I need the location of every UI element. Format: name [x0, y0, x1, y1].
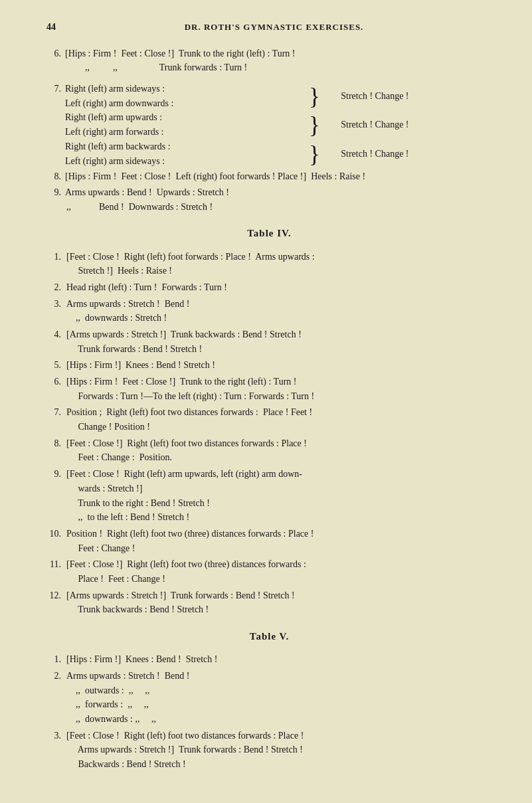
table5-item-2: 2. Arms upwards : Stretch ! Bend ! ,, ou… — [46, 669, 492, 727]
bracket-right-col-1: Stretch ! Change ! — [338, 82, 492, 110]
table4-item-12: 12. [Arms upwards : Stretch !] Trunk for… — [46, 588, 492, 617]
exercise-8-content: [Hips : Firm ! Feet : Close ! Left (righ… — [65, 169, 365, 184]
bracket-right-col-2: Stretch ! Change ! — [338, 110, 492, 139]
brace-3: } — [308, 139, 338, 168]
table4-item-10: 10. Position ! Right (left) foot two (th… — [46, 527, 492, 555]
table4-item-2: 2. Head right (left) : Turn ! Forwards :… — [46, 280, 492, 295]
bracket-row-1: Right (left) arm sideways : Left (right)… — [65, 82, 492, 110]
brace-2: } — [308, 110, 338, 139]
exercise-7: 7. Right (left) arm sideways : Left (rig… — [46, 82, 492, 168]
exercise-8: 8. [Hips : Firm ! Feet : Close ! Left (r… — [46, 169, 492, 184]
page-title: DR. ROTH'S GYMNASTIC EXERCISES. — [56, 21, 492, 34]
bracket-row-3: Right (left) arm backwards : Left (right… — [65, 139, 492, 168]
table4-item-6: 6. [Hips : Firm ! Feet : Close !] Trunk … — [46, 375, 492, 403]
num-6: 6. — [46, 46, 61, 75]
exercise-6-line2: ,, ,, Trunk forwards : Turn ! — [65, 62, 247, 72]
table4-item-9: 9. [Feet : Close ! Right (left) arm upwa… — [46, 467, 492, 525]
bracket-left-col-3: Right (left) arm backwards : Left (right… — [65, 139, 308, 168]
table5-item-3: 3. [Feet : Close ! Right (left) foot two… — [46, 729, 492, 772]
table4-item-11: 11. [Feet : Close !] Right (left) foot t… — [46, 557, 492, 586]
table4-item-4: 4. [Arms upwards : Stretch !] Trunk back… — [46, 327, 492, 356]
table4-item-3: 3. Arms upwards : Stretch ! Bend ! ,, do… — [46, 297, 492, 325]
num-7: 7. — [46, 82, 61, 168]
bracket-table: Right (left) arm sideways : Left (right)… — [65, 82, 492, 168]
table5-item-1: 1. [Hips : Firm !] Knees : Bend ! Stretc… — [46, 652, 492, 667]
table5-heading: Table V. — [46, 629, 492, 644]
table4-item-5: 5. [Hips : Firm !] Knees : Bend ! Stretc… — [46, 358, 492, 373]
exercise-7-content: Right (left) arm sideways : Left (right)… — [65, 82, 492, 168]
exercise-9-line2: ,, Bend ! Downwards : Stretch ! — [65, 202, 213, 212]
bracket-left-col-1: Right (left) arm sideways : Left (right)… — [65, 82, 308, 110]
bracket-row-2: Right (left) arm upwards : Left (right) … — [65, 110, 492, 139]
table4-list: 1. [Feet : Close ! Right (left) foot for… — [46, 250, 492, 618]
bracket-right-col-3: Stretch ! Change ! — [338, 139, 492, 168]
table4-heading: Table IV. — [46, 226, 492, 241]
page-number: 44 — [46, 20, 56, 35]
page-container: 44 DR. ROTH'S GYMNASTIC EXERCISES. 6. [H… — [46, 20, 492, 772]
table5-list: 1. [Hips : Firm !] Knees : Bend ! Stretc… — [46, 652, 492, 772]
exercise-9: 9. Arms upwards : Bend ! Upwards : Stret… — [46, 185, 492, 214]
exercise-6: 6. [Hips : Firm ! Feet : Close !] Trunk … — [46, 46, 492, 75]
exercise-6-content: [Hips : Firm ! Feet : Close !] Trunk to … — [65, 46, 296, 75]
num-8: 8. — [46, 169, 61, 184]
table4-item-1: 1. [Feet : Close ! Right (left) foot for… — [46, 250, 492, 278]
table4-item-7: 7. Position ; Right (left) foot two dist… — [46, 405, 492, 434]
table4-item-8: 8. [Feet : Close !] Right (left) foot tw… — [46, 436, 492, 465]
brace-1: } — [308, 82, 338, 110]
exercise-9-content: Arms upwards : Bend ! Upwards : Stretch … — [65, 185, 229, 214]
num-9: 9. — [46, 185, 61, 214]
bracket-left-col-2: Right (left) arm upwards : Left (right) … — [65, 110, 308, 139]
page-header: 44 DR. ROTH'S GYMNASTIC EXERCISES. — [46, 20, 492, 35]
